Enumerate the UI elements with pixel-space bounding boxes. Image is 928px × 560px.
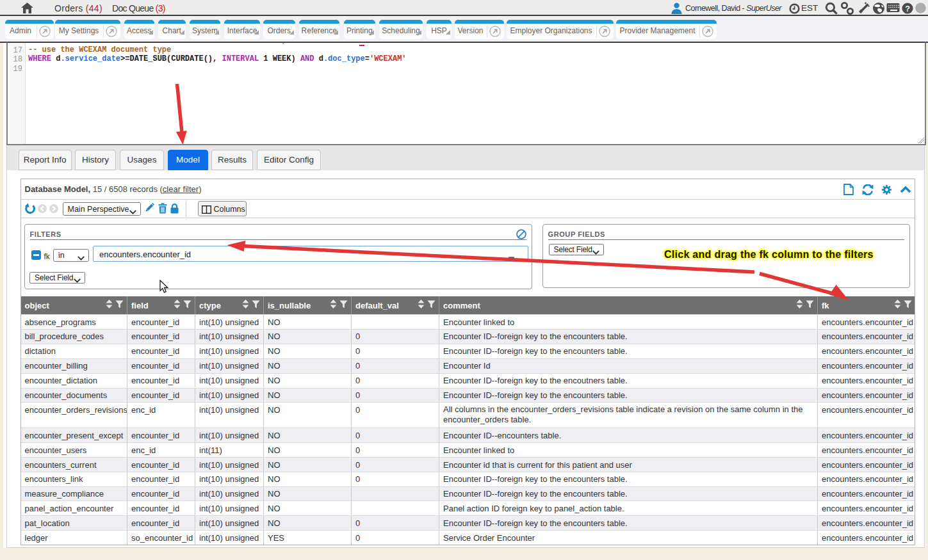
svg-text:?: ? [905, 4, 910, 13]
